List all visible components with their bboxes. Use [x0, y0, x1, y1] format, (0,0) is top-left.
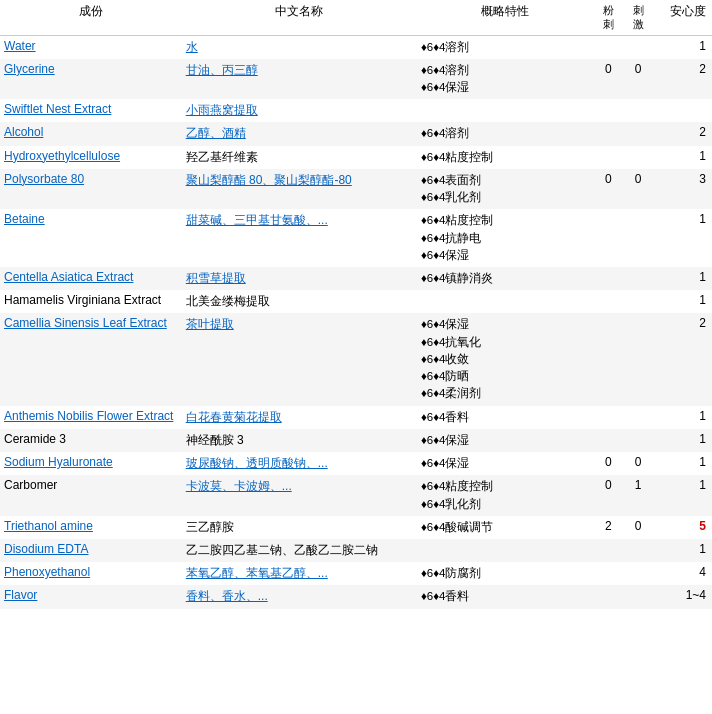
ingredient-link[interactable]: Camellia Sinensis Leaf Extract — [4, 316, 167, 330]
ingredient-cell[interactable]: Betaine — [0, 209, 182, 267]
chinese-name-cell[interactable]: 小雨燕窝提取 — [182, 99, 417, 122]
irritant-cell: 0 — [623, 452, 653, 475]
chinese-name-link[interactable]: 甜菜碱、三甲基甘氨酸、... — [186, 213, 328, 227]
ingredient-cell[interactable]: Alcohol — [0, 122, 182, 145]
chinese-name-cell[interactable]: 水 — [182, 35, 417, 59]
chinese-name-cell[interactable]: 白花春黄菊花提取 — [182, 406, 417, 429]
ingredient-cell: Hamamelis Virginiana Extract — [0, 290, 182, 313]
irritant-cell — [623, 429, 653, 452]
ingredient-cell[interactable]: Phenoxyethanol — [0, 562, 182, 585]
property-item: ♦6♦4香料 — [421, 409, 589, 426]
powder-cell: 0 — [593, 59, 623, 100]
ingredient-link[interactable]: Polysorbate 80 — [4, 172, 84, 186]
ingredient-cell[interactable]: Glycerine — [0, 59, 182, 100]
chinese-name-cell: 三乙醇胺 — [182, 516, 417, 539]
ingredient-cell[interactable]: Disodium EDTA — [0, 539, 182, 562]
ingredient-link[interactable]: Triethanol amine — [4, 519, 93, 533]
property-cell: ♦6♦4保湿 — [417, 452, 593, 475]
property-item: ♦6♦4保湿 — [421, 432, 589, 449]
chinese-name-link[interactable]: 水 — [186, 40, 198, 54]
ingredient-link[interactable]: Alcohol — [4, 125, 43, 139]
ingredient-link[interactable]: Sodium Hyaluronate — [4, 455, 113, 469]
chinese-name-cell[interactable]: 乙醇、酒精 — [182, 122, 417, 145]
table-row: Alcohol乙醇、酒精♦6♦4溶剂2 — [0, 122, 712, 145]
ingredient-link[interactable]: Glycerine — [4, 62, 55, 76]
safety-cell: 1 — [653, 475, 712, 516]
table-row: Swiftlet Nest Extract小雨燕窝提取 — [0, 99, 712, 122]
safety-cell: 1 — [653, 290, 712, 313]
irritant-cell: 0 — [623, 169, 653, 210]
chinese-name-link[interactable]: 聚山梨醇酯 80、聚山梨醇酯-80 — [186, 173, 352, 187]
chinese-name-cell[interactable]: 卡波莫、卡波姆、... — [182, 475, 417, 516]
chinese-name-link[interactable]: 香料、香水、... — [186, 589, 268, 603]
header-ingredient: 成份 — [0, 0, 182, 35]
table-row: Centella Asiatica Extract积雪草提取♦6♦4镇静消炎1 — [0, 267, 712, 290]
ingredient-cell[interactable]: Hydroxyethylcellulose — [0, 146, 182, 169]
ingredient-link[interactable]: Flavor — [4, 588, 37, 602]
ingredient-cell[interactable]: Triethanol amine — [0, 516, 182, 539]
property-item: ♦6♦4香料 — [421, 588, 589, 605]
chinese-name-link[interactable]: 乙醇、酒精 — [186, 126, 246, 140]
chinese-name-link[interactable]: 茶叶提取 — [186, 317, 234, 331]
property-item: ♦6♦4保湿 — [421, 316, 589, 333]
chinese-name-cell[interactable]: 茶叶提取 — [182, 313, 417, 405]
chinese-name-cell[interactable]: 苯氧乙醇、苯氧基乙醇、... — [182, 562, 417, 585]
safety-cell: 1~4 — [653, 585, 712, 608]
property-cell — [417, 539, 593, 562]
chinese-name-cell[interactable]: 积雪草提取 — [182, 267, 417, 290]
safety-cell — [653, 99, 712, 122]
ingredient-cell[interactable]: Water — [0, 35, 182, 59]
ingredient-cell[interactable]: Swiftlet Nest Extract — [0, 99, 182, 122]
ingredient-cell[interactable]: Centella Asiatica Extract — [0, 267, 182, 290]
chinese-name-cell[interactable]: 玻尿酸钠、透明质酸钠、... — [182, 452, 417, 475]
powder-cell: 0 — [593, 452, 623, 475]
ingredient-cell[interactable]: Sodium Hyaluronate — [0, 452, 182, 475]
property-cell: ♦6♦4保湿♦6♦4抗氧化♦6♦4收敛♦6♦4防晒♦6♦4柔润剂 — [417, 313, 593, 405]
property-cell: ♦6♦4香料 — [417, 585, 593, 608]
ingredient-link[interactable]: Disodium EDTA — [4, 542, 88, 556]
property-item: ♦6♦4防晒 — [421, 368, 589, 385]
chinese-name-link[interactable]: 卡波莫、卡波姆、... — [186, 479, 292, 493]
ingredient-link[interactable]: Centella Asiatica Extract — [4, 270, 133, 284]
safety-cell: 1 — [653, 539, 712, 562]
chinese-name-link[interactable]: 白花春黄菊花提取 — [186, 410, 282, 424]
chinese-name-cell[interactable]: 香料、香水、... — [182, 585, 417, 608]
ingredient-link[interactable]: Betaine — [4, 212, 45, 226]
property-item: ♦6♦4溶剂 — [421, 39, 589, 56]
property-item: ♦6♦4粘度控制 — [421, 478, 589, 495]
property-item: ♦6♦4防腐剂 — [421, 565, 589, 582]
chinese-name-cell[interactable]: 聚山梨醇酯 80、聚山梨醇酯-80 — [182, 169, 417, 210]
header-property: 概略特性 — [417, 0, 593, 35]
ingredient-cell[interactable]: Polysorbate 80 — [0, 169, 182, 210]
table-row: Hydroxyethylcellulose羟乙基纤维素♦6♦4粘度控制1 — [0, 146, 712, 169]
ingredient-link[interactable]: Anthemis Nobilis Flower Extract — [4, 409, 173, 423]
chinese-name-link[interactable]: 积雪草提取 — [186, 271, 246, 285]
ingredient-link[interactable]: Swiftlet Nest Extract — [4, 102, 111, 116]
ingredient-link[interactable]: Water — [4, 39, 36, 53]
ingredient-link[interactable]: Hydroxyethylcellulose — [4, 149, 120, 163]
chinese-name-cell: 神经酰胺 3 — [182, 429, 417, 452]
chinese-name-cell: 北美金缕梅提取 — [182, 290, 417, 313]
chinese-name-link[interactable]: 玻尿酸钠、透明质酸钠、... — [186, 456, 328, 470]
irritant-cell — [623, 267, 653, 290]
safety-cell: 1 — [653, 146, 712, 169]
chinese-name-cell[interactable]: 甘油、丙三醇 — [182, 59, 417, 100]
property-cell: ♦6♦4表面剂♦6♦4乳化剂 — [417, 169, 593, 210]
irritant-cell: 0 — [623, 516, 653, 539]
irritant-cell — [623, 585, 653, 608]
ingredient-link[interactable]: Phenoxyethanol — [4, 565, 90, 579]
safety-cell: 2 — [653, 59, 712, 100]
ingredient-cell[interactable]: Flavor — [0, 585, 182, 608]
property-item: ♦6♦4抗静电 — [421, 230, 589, 247]
property-item: ♦6♦4溶剂 — [421, 62, 589, 79]
chinese-name-cell[interactable]: 甜菜碱、三甲基甘氨酸、... — [182, 209, 417, 267]
chinese-name-link[interactable]: 苯氧乙醇、苯氧基乙醇、... — [186, 566, 328, 580]
chinese-name-link[interactable]: 小雨燕窝提取 — [186, 103, 258, 117]
powder-cell — [593, 406, 623, 429]
ingredient-cell: Carbomer — [0, 475, 182, 516]
ingredient-cell[interactable]: Camellia Sinensis Leaf Extract — [0, 313, 182, 405]
powder-cell — [593, 585, 623, 608]
chinese-name-link[interactable]: 甘油、丙三醇 — [186, 63, 258, 77]
ingredient-cell[interactable]: Anthemis Nobilis Flower Extract — [0, 406, 182, 429]
table-row: Glycerine甘油、丙三醇♦6♦4溶剂♦6♦4保湿002 — [0, 59, 712, 100]
